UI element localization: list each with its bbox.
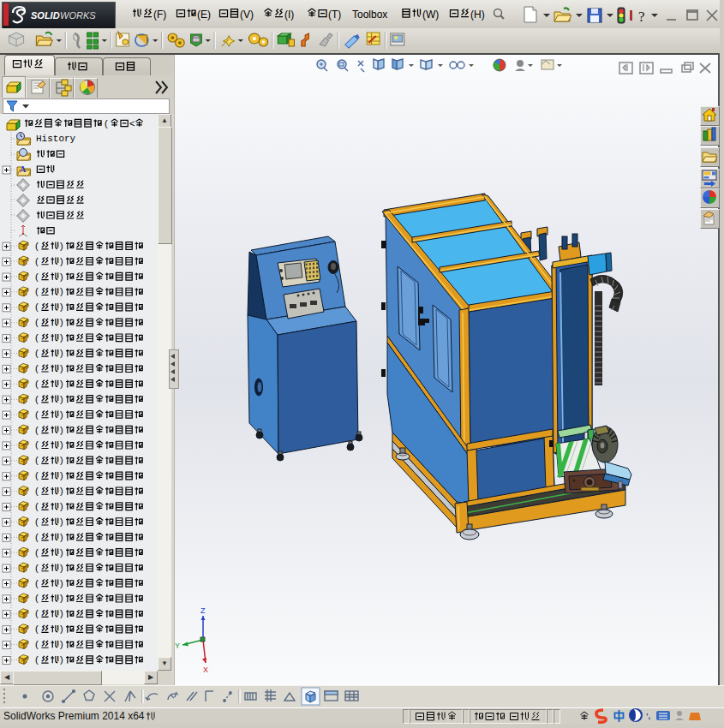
svg-text:<: < xyxy=(129,118,135,128)
svg-text:(: ( xyxy=(35,241,39,251)
svg-text:WORKS: WORKS xyxy=(60,10,96,21)
svg-text:Y: Y xyxy=(175,641,180,650)
svg-text:?: ? xyxy=(638,9,645,25)
svg-text:X: X xyxy=(203,665,208,674)
svg-text:(: ( xyxy=(105,118,108,128)
svg-text:History: History xyxy=(36,134,76,144)
svg-text:SOLID: SOLID xyxy=(31,10,60,21)
svg-text:): ) xyxy=(60,241,63,251)
svg-text:Z: Z xyxy=(200,606,206,615)
svg-text:’,: ’, xyxy=(646,712,650,720)
